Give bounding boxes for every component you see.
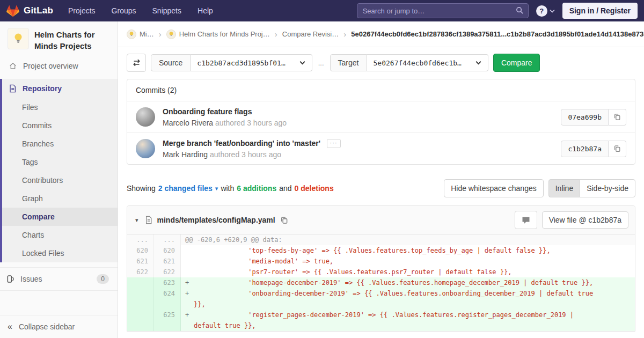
- repository-subitem[interactable]: Charts: [2, 226, 118, 244]
- commit-row: Merge branch 'feat/onboarding' into 'mas…: [127, 133, 635, 164]
- diff-sign: +: [185, 288, 194, 310]
- repository-subitem[interactable]: Locked Files: [2, 244, 118, 262]
- diff-line: ... ... @@ -620,6 +620,9 @@ data:: [127, 234, 635, 245]
- project-header[interactable]: Helm Charts for Minds Projects: [0, 21, 118, 57]
- sidebar-item-issues[interactable]: Issues 0: [0, 267, 118, 291]
- chevron-down-icon: [550, 9, 555, 13]
- tanuki-icon: [6, 5, 19, 17]
- breadcrumb-item[interactable]: Compare Revisi…: [282, 30, 339, 38]
- old-line-number[interactable]: [127, 310, 154, 331]
- repository-subitem[interactable]: Contributors: [2, 171, 118, 189]
- new-line-number[interactable]: 620: [154, 245, 181, 256]
- sidebar-item-project-overview[interactable]: Project overview: [0, 57, 118, 75]
- search-icon[interactable]: [516, 6, 524, 14]
- top-navbar: GitLab ProjectsGroupsSnippetsHelp ? Sign…: [0, 0, 644, 21]
- old-line-number[interactable]: 621: [127, 256, 154, 267]
- repository-subitem[interactable]: Graph: [2, 189, 118, 208]
- new-line-number[interactable]: 623: [154, 277, 181, 288]
- new-line-number[interactable]: 625: [154, 310, 181, 331]
- diff-code-text: 'homepage-december-2019' => {{ .Values.f…: [194, 277, 593, 288]
- collapse-diff-icon[interactable]: ▾: [134, 217, 140, 224]
- diff-code-text: 'top-feeds-by-age' => {{ .Values.feature…: [194, 245, 551, 256]
- diff-code-cell: 'top-feeds-by-age' => {{ .Values.feature…: [181, 245, 635, 256]
- commit-description-expander[interactable]: ···: [327, 139, 341, 148]
- sidebar-item-label: Charts: [22, 231, 44, 239]
- old-line-number[interactable]: [127, 288, 154, 310]
- deletions-count: 0 deletions: [295, 184, 334, 193]
- sidebar-item-label: Project overview: [23, 62, 109, 70]
- toggle-comments-button[interactable]: [515, 211, 537, 229]
- new-line-number[interactable]: ...: [154, 234, 181, 245]
- diff-line: 620 620 'top-feeds-by-age' => {{ .Values…: [127, 245, 635, 256]
- diff-code-cell: + 'onboarding-december-2019' => {{ .Valu…: [181, 288, 635, 310]
- repository-subitem[interactable]: Tags: [2, 153, 118, 171]
- compare-button[interactable]: Compare: [493, 54, 540, 72]
- navbar-link[interactable]: Groups: [112, 6, 136, 15]
- commit-author-link[interactable]: Marcelo Rivera: [163, 119, 213, 127]
- repository-subitem[interactable]: Files: [2, 98, 118, 116]
- chevron-down-icon: [475, 61, 481, 65]
- diff-file-header: ▾ minds/templates/configMap.yaml View fi…: [127, 206, 635, 234]
- help-menu[interactable]: ?: [536, 5, 555, 17]
- copy-path-icon[interactable]: [280, 216, 288, 224]
- repository-subitem[interactable]: Compare: [2, 208, 118, 226]
- inline-view-button[interactable]: Inline: [548, 179, 580, 197]
- commit-title-link[interactable]: Onboarding feature flags: [163, 107, 252, 116]
- navbar-link[interactable]: Projects: [68, 6, 96, 15]
- old-line-number[interactable]: 620: [127, 245, 154, 256]
- changed-files-dropdown[interactable]: 2 changed files: [158, 184, 213, 193]
- copy-sha-button[interactable]: [609, 141, 626, 157]
- diff-code-cell: 'media-modal' => true,: [181, 256, 635, 267]
- search-input[interactable]: [357, 3, 529, 18]
- hide-whitespace-button[interactable]: Hide whitespace changes: [444, 179, 544, 197]
- issues-count-badge: 0: [97, 274, 109, 284]
- sidebar-item-label: Files: [22, 103, 38, 112]
- file-icon: [145, 216, 152, 224]
- breadcrumb-item[interactable]: Helm Charts for Minds Proj…: [166, 30, 270, 39]
- copy-sha-button[interactable]: [609, 109, 626, 126]
- diff-code-text: 'media-modal' => true,: [194, 256, 333, 267]
- gitlab-logo[interactable]: GitLab: [6, 5, 53, 17]
- commit-sha-link[interactable]: c1b2b87a: [561, 141, 609, 157]
- source-group: Source c1b2b87acd3d1895bf01…: [151, 54, 312, 71]
- breadcrumb-item[interactable]: Mi…: [127, 30, 154, 39]
- sidebar-item-label: Issues: [20, 275, 42, 283]
- view-file-button[interactable]: View file @ c1b2b87a: [542, 211, 628, 229]
- sidebar-item-repository[interactable]: Repository: [2, 79, 118, 98]
- old-line-number[interactable]: ...: [127, 234, 154, 245]
- source-revision-dropdown[interactable]: c1b2b87acd3d1895bf01…: [191, 54, 312, 71]
- sidebar-item-label: Graph: [22, 194, 43, 203]
- side-by-side-view-button[interactable]: Side-by-side: [580, 179, 635, 197]
- collapse-sidebar-button[interactable]: « Collapse sidebar: [0, 315, 118, 338]
- diff-line: 621 621 'media-modal' => true,: [127, 256, 635, 267]
- commit-sha-link[interactable]: 07ea699b: [561, 109, 609, 126]
- old-line-number[interactable]: [127, 277, 154, 288]
- chevron-down-icon: [299, 61, 305, 65]
- breadcrumb-avatar: [166, 30, 176, 39]
- old-line-number[interactable]: 622: [127, 267, 154, 277]
- author-avatar[interactable]: [136, 139, 155, 158]
- diff-sign: [185, 256, 194, 267]
- new-line-number[interactable]: 622: [154, 267, 181, 277]
- sign-in-register-button[interactable]: Sign in / Register: [562, 3, 638, 19]
- swap-revisions-button[interactable]: [127, 54, 146, 72]
- diff-code-text: @@ -620,6 +620,9 @@ data:: [185, 234, 282, 245]
- new-line-number[interactable]: 621: [154, 256, 181, 267]
- new-line-number[interactable]: 624: [154, 288, 181, 310]
- navbar-link[interactable]: Help: [197, 6, 213, 15]
- diff-code-cell: @@ -620,6 +620,9 @@ data:: [181, 234, 635, 245]
- repository-subitem[interactable]: Branches: [2, 135, 118, 153]
- breadcrumb-label: Mi…: [140, 30, 154, 38]
- diff-sign: +: [185, 277, 194, 288]
- source-label: Source: [151, 54, 191, 71]
- repository-subitem[interactable]: Commits: [2, 116, 118, 135]
- target-revision-dropdown[interactable]: 5e0267f44ecb0fd6ec1b…: [367, 54, 488, 71]
- commit-title-link[interactable]: Merge branch 'feat/onboarding' into 'mas…: [163, 139, 320, 148]
- author-avatar[interactable]: [136, 107, 155, 127]
- diff-line: 622 622 'psr7-router' => {{ .Values.feat…: [127, 267, 635, 277]
- diff-line: 625 + 'register_pages-december-2019' => …: [127, 310, 635, 331]
- navbar-link[interactable]: Snippets: [152, 6, 181, 15]
- caret-down-icon[interactable]: ▾: [215, 185, 218, 192]
- breadcrumb-separator-icon: ›: [343, 30, 346, 39]
- commit-author-link[interactable]: Mark Harding: [163, 150, 208, 159]
